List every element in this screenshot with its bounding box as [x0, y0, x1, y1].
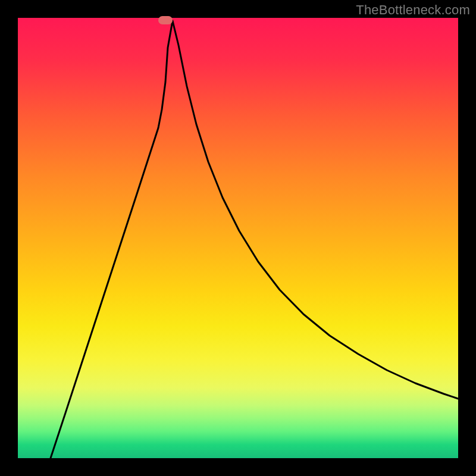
chart-frame: TheBottleneck.com — [0, 0, 476, 476]
curve-svg — [18, 18, 458, 458]
watermark-text: TheBottleneck.com — [356, 2, 470, 18]
minimum-marker — [158, 16, 173, 24]
curve-path — [51, 21, 458, 458]
plot-area — [18, 18, 458, 458]
